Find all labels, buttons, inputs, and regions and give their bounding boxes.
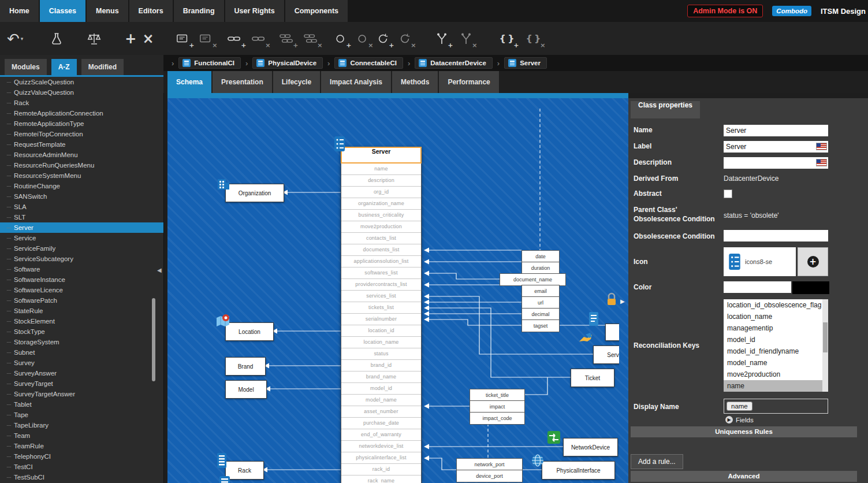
class-field[interactable]: org_id — [341, 187, 421, 198]
add-relation-button[interactable]: + — [435, 27, 449, 51]
organization-class-box[interactable]: Organization — [225, 184, 284, 202]
display-name-tag[interactable]: name — [727, 402, 752, 411]
server-class-box[interactable]: Server name description org_id organizat… — [341, 147, 422, 483]
icon-upload-button[interactable]: + — [798, 247, 828, 276]
class-list-item[interactable]: ServiceFamily — [0, 243, 163, 254]
class-list-item[interactable]: SoftwarePatch — [0, 295, 163, 306]
add-hierarchical-key-button[interactable]: + — [377, 27, 390, 51]
class-list-item[interactable]: TelephonyCI — [0, 451, 163, 462]
class-list-item[interactable]: SurveyTargetAnswer — [0, 389, 163, 399]
class-field[interactable]: model_id — [341, 383, 421, 395]
brand-class-box[interactable]: Brand — [225, 357, 266, 376]
class-list-item[interactable]: ResourceAdminMenu — [0, 150, 163, 160]
partial-class-box[interactable]: P — [605, 324, 619, 341]
class-list-item[interactable]: TeamRule — [0, 441, 163, 451]
add-class-button[interactable]: + — [125, 27, 136, 51]
combodo-logo[interactable]: Combodo — [772, 6, 811, 16]
class-list-item[interactable]: QuizzValueQuestion — [0, 87, 163, 98]
class-field[interactable]: services_list — [341, 291, 421, 302]
class-field[interactable]: brand_id — [341, 360, 421, 371]
class-list-item[interactable]: RoutineChange — [0, 181, 163, 191]
delete-field-button[interactable]: × — [199, 27, 213, 51]
class-list-item[interactable]: QuizzScaleQuestion — [0, 77, 163, 87]
class-properties-tab[interactable]: Class properties — [631, 101, 700, 118]
service-class-box[interactable]: Service — [593, 345, 619, 364]
class-list-item[interactable]: Service — [0, 233, 163, 243]
top-menu-item[interactable]: Editors — [129, 0, 173, 22]
networkdevice-class-box[interactable]: NetworkDevice — [563, 438, 618, 456]
delete-foreign-key-button[interactable]: × — [251, 27, 266, 51]
panel-collapse-arrow-icon[interactable]: ▶ — [620, 298, 625, 304]
name-input[interactable] — [724, 125, 828, 136]
delete-relation-button[interactable]: × — [459, 27, 473, 51]
color-input[interactable] — [724, 281, 791, 293]
sidebar-tab[interactable]: Modified — [81, 59, 124, 75]
class-field[interactable]: location_name — [341, 337, 421, 348]
class-field[interactable]: softwares_list — [341, 267, 421, 279]
top-menu-item[interactable]: Components — [285, 0, 348, 22]
sidebar-tab[interactable]: A-Z — [51, 59, 77, 75]
obsolescence-input[interactable] — [724, 230, 828, 242]
schema-tab[interactable]: Impact Analysis — [321, 71, 391, 93]
add-link-class-button[interactable]: + — [279, 27, 294, 51]
uniqueness-rules-header[interactable]: Uniqueness Rules — [631, 426, 857, 437]
delete-class-button[interactable]: × — [142, 27, 154, 51]
class-list-item[interactable]: ResourceSystemMenu — [0, 170, 163, 181]
delete-enum-button[interactable]: × — [356, 27, 369, 51]
breadcrumb-item[interactable]: ConnectableCI — [334, 57, 403, 69]
attribute-box[interactable]: duration — [521, 262, 560, 274]
schema-tab[interactable]: Performance — [439, 71, 498, 93]
class-field[interactable]: providercontracts_list — [341, 279, 421, 291]
class-field[interactable]: rack_id — [341, 464, 421, 475]
attribute-box[interactable]: decimal — [521, 308, 560, 321]
top-menu-item[interactable]: Home — [0, 0, 39, 22]
class-field[interactable]: networkdevice_list — [341, 441, 421, 452]
breadcrumb-item[interactable]: PhysicalDevice — [252, 57, 323, 69]
attribute-box[interactable]: document_name — [500, 273, 566, 286]
breadcrumb-item[interactable]: Server — [504, 57, 547, 69]
admin-mode-badge[interactable]: Admin Mode is ON — [687, 5, 763, 17]
model-class-box[interactable]: Model — [225, 380, 267, 399]
top-menu-item[interactable]: Menus — [87, 0, 128, 22]
reconciliation-key-item[interactable]: managementip — [724, 322, 828, 334]
class-list-item[interactable]: TestCI — [0, 462, 163, 472]
class-list-item[interactable]: TapeLibrary — [0, 420, 163, 430]
add-enum-button[interactable]: + — [334, 27, 347, 51]
class-field[interactable]: business_criticality — [341, 210, 421, 221]
class-field[interactable]: brand_name — [341, 371, 421, 383]
class-list-item[interactable]: SoftwareLicence — [0, 285, 163, 295]
location-class-box[interactable]: Location — [225, 322, 274, 341]
attribute-box[interactable]: url — [521, 296, 560, 309]
add-foreign-key-button[interactable]: + — [227, 27, 242, 51]
ticket-class-box[interactable]: Ticket — [571, 369, 614, 387]
sidebar-collapse-arrow-icon[interactable]: ◀ — [157, 267, 162, 273]
class-list-item[interactable]: SLT — [0, 212, 163, 222]
attribute-box[interactable]: email — [521, 285, 560, 298]
reconciliation-key-item[interactable]: model_id_friendlyname — [724, 345, 828, 357]
breadcrumb-item[interactable]: FunctionalCI — [178, 57, 241, 69]
top-menu-item[interactable]: Branding — [174, 0, 224, 22]
class-list-item[interactable]: SANSwitch — [0, 191, 163, 202]
reconciliation-key-item[interactable]: location_name — [724, 311, 828, 322]
compare-button[interactable] — [87, 27, 102, 51]
description-input[interactable] — [724, 157, 828, 169]
class-list-item[interactable]: StateRule — [0, 306, 163, 316]
class-list-item[interactable]: RemoteApplicationConnection — [0, 108, 163, 118]
class-field[interactable]: model_name — [341, 395, 421, 406]
class-list-item[interactable]: StockType — [0, 326, 163, 337]
class-list-item[interactable]: Software — [0, 264, 163, 274]
reconciliation-key-item[interactable]: name — [724, 380, 828, 392]
add-rule-button[interactable]: Add a rule... — [631, 454, 683, 469]
icon-preview[interactable]: icons8-se — [724, 247, 796, 276]
sandbox-button[interactable] — [50, 27, 64, 51]
class-field[interactable]: purchase_date — [341, 418, 421, 429]
delete-method-button[interactable]: { } × — [526, 27, 541, 51]
class-list-item[interactable]: StockElement — [0, 316, 163, 326]
attribute-box[interactable]: tagset — [521, 319, 560, 332]
class-field[interactable]: serialnumber — [341, 314, 421, 325]
schema-tab[interactable]: Lifecycle — [273, 71, 320, 93]
language-flag-icon[interactable] — [817, 159, 826, 166]
schema-tab[interactable]: Schema — [167, 71, 211, 93]
class-list-item[interactable]: Subnet — [0, 347, 163, 358]
attribute-box[interactable]: impact — [470, 400, 525, 413]
